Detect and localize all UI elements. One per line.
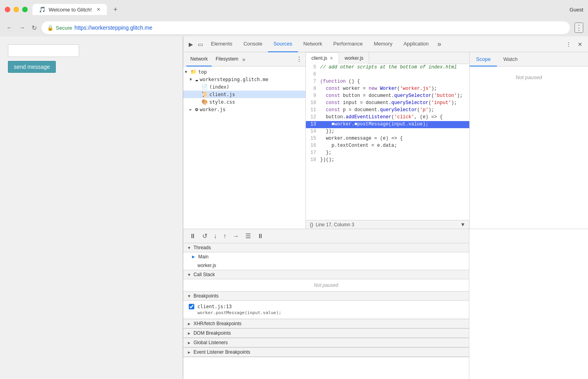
devtools-bottom: ⏸ ↺ ↓ ↑ → ☰ ⏸ ▼ Threads — [183, 229, 588, 379]
file-panel-more-button[interactable]: » — [242, 56, 245, 63]
tab-performance[interactable]: Performance — [328, 36, 368, 52]
tab-elements[interactable]: Elements — [205, 36, 238, 52]
close-window-button[interactable] — [5, 7, 10, 12]
step-into-button[interactable]: ↓ — [211, 231, 219, 241]
tree-label-stylecss: style.css — [209, 99, 235, 105]
tree-spacer-clientjs — [196, 92, 200, 97]
browser-chrome: 🎵 Welcome to Glitch! ✕ + Guest ← → ↻ 🔒 S… — [0, 0, 588, 36]
thread-workerjs[interactable]: worker.js — [183, 261, 469, 270]
thread-main-arrow: ► — [191, 254, 196, 260]
threads-header[interactable]: ▼ Threads — [183, 243, 469, 252]
devtools-settings-button[interactable]: ⋮ — [563, 40, 574, 49]
reload-button[interactable]: ↻ — [30, 23, 38, 33]
tree-label-workerjs: worker.js — [200, 107, 226, 112]
call-stack-header[interactable]: ▼ Call Stack — [183, 270, 469, 279]
deactivate-breakpoints-button[interactable]: ☰ — [243, 231, 253, 241]
pause-button[interactable]: ⏸ — [187, 231, 198, 241]
code-line-11: 11 const p = document.querySelector('p')… — [306, 107, 469, 114]
step-out-button[interactable]: ↑ — [221, 231, 229, 241]
tree-item-domain[interactable]: ▼ ☁ workerstepping.glitch.me — [183, 76, 305, 83]
tab-title: Welcome to Glitch! — [49, 7, 92, 13]
threads-arrow: ▼ — [187, 246, 191, 250]
forward-button[interactable]: → — [17, 23, 27, 33]
breakpoint-checkbox-0[interactable] — [189, 304, 194, 309]
file-panel-menu-button[interactable]: ⋮ — [296, 55, 302, 63]
secure-text: Secure — [56, 25, 72, 31]
code-line-15: 15 worker.onmessage = (e) => { — [306, 135, 469, 142]
line-content-13: ■worker.■postMessage(input.value); — [320, 121, 429, 128]
step-over-button[interactable]: ↺ — [200, 231, 210, 241]
tree-item-workerjs[interactable]: ► ⚙ worker.js — [183, 106, 305, 113]
code-tab-workerjs[interactable]: worker.js — [339, 52, 369, 64]
code-tab-close-clientjs[interactable]: ✕ — [330, 56, 333, 61]
xhr-breakpoints-header[interactable]: ► XHR/fetch Breakpoints — [183, 319, 469, 328]
tab-watch[interactable]: Watch — [497, 52, 524, 66]
breakpoint-label-0: client.js:13 — [189, 304, 463, 309]
tree-item-stylecss[interactable]: 🎨 style.css — [183, 98, 305, 106]
inspect-element-button[interactable]: ▶ — [186, 40, 195, 49]
breakpoint-item-0: client.js:13 worker.postMessage(input.va… — [183, 301, 469, 319]
code-tab-clientjs[interactable]: client.js ✕ — [306, 52, 339, 64]
tab-close-button[interactable]: ✕ — [97, 7, 101, 12]
file-purple-icon: 🎨 — [201, 99, 208, 105]
devtools-more-tabs-button[interactable]: » — [434, 38, 444, 50]
threads-label: Threads — [193, 245, 211, 250]
url-bar[interactable]: 🔒 Secure https://workerstepping.glitch.m… — [42, 21, 570, 34]
tab-favicon: 🎵 — [39, 6, 46, 13]
device-toolbar-button[interactable]: ▭ — [195, 40, 205, 49]
new-tab-button[interactable]: + — [110, 4, 121, 15]
line-num-14: 14 — [306, 128, 320, 135]
file-panel-tab-filesystem[interactable]: Filesystem — [212, 52, 242, 66]
step-button[interactable]: → — [230, 231, 241, 241]
line-num-16: 16 — [306, 142, 320, 150]
right-tabs: Scope Watch — [470, 52, 588, 66]
breakpoints-header[interactable]: ▼ Breakpoints — [183, 292, 469, 301]
event-breakpoints-arrow: ► — [187, 350, 191, 354]
devtools-tab-bar: ▶ ▭ Elements Console Sources Network Per… — [183, 36, 588, 52]
tab-scope[interactable]: Scope — [470, 52, 497, 66]
tree-item-clientjs[interactable]: 📜 client.js — [183, 91, 305, 98]
thread-main[interactable]: ► Main — [183, 252, 469, 261]
breakpoint-location-0: client.js:13 — [197, 304, 232, 309]
dom-breakpoints-header[interactable]: ► DOM Breakpoints — [183, 329, 469, 338]
tree-label-clientjs: client.js — [209, 92, 235, 97]
global-listeners-header[interactable]: ► Global Listeners — [183, 338, 469, 347]
back-button[interactable]: ← — [5, 23, 14, 33]
global-listeners-label: Global Listeners — [193, 340, 228, 345]
tab-memory[interactable]: Memory — [368, 36, 398, 52]
dom-breakpoints-section: ► DOM Breakpoints — [183, 329, 469, 338]
line-num-11: 11 — [306, 107, 320, 114]
traffic-lights — [5, 7, 28, 12]
tree-item-top[interactable]: ▼ 📁 top — [183, 68, 305, 76]
minimize-window-button[interactable] — [13, 7, 19, 12]
file-panel-tab-network[interactable]: Network — [186, 52, 212, 66]
tab-application[interactable]: Application — [398, 36, 434, 52]
tab-sources[interactable]: Sources — [268, 36, 298, 52]
tab-console[interactable]: Console — [238, 36, 268, 52]
tree-item-index[interactable]: 📄 (index) — [183, 83, 305, 91]
line-num-17: 17 — [306, 150, 320, 157]
url-text: https://workerstepping.glitch.me — [74, 25, 152, 31]
code-line-5: 5 // add other scripts at the bottom of … — [306, 64, 469, 71]
devtools-close-button[interactable]: ✕ — [575, 40, 585, 49]
threads-section: ▼ Threads ► Main worker.js — [183, 243, 469, 270]
devtools-panel: ▶ ▭ Elements Console Sources Network Per… — [183, 36, 588, 379]
browser-tab[interactable]: 🎵 Welcome to Glitch! ✕ — [32, 4, 107, 15]
pause-on-exceptions-button[interactable]: ⏸ — [255, 231, 266, 241]
file-gray-icon: 📄 — [201, 84, 208, 90]
message-input[interactable] — [8, 44, 79, 57]
code-line-13[interactable]: 13 ■worker.■postMessage(input.value); — [306, 121, 469, 128]
browser-more-button[interactable]: ⋮ — [575, 23, 583, 33]
event-breakpoints-header[interactable]: ► Event Listener Breakpoints — [183, 348, 469, 357]
status-right-arrow[interactable]: ▼ — [460, 222, 465, 227]
gear-icon: ⚙ — [195, 106, 198, 112]
maximize-window-button[interactable] — [22, 7, 28, 12]
code-area[interactable]: 5 // add other scripts at the bottom of … — [306, 64, 469, 220]
line-content-16: p.textContent = e.data; — [320, 142, 397, 150]
send-message-button[interactable]: send message — [8, 61, 56, 73]
line-num-12: 12 — [306, 114, 320, 121]
tab-network[interactable]: Network — [298, 36, 328, 52]
tree-label-top: top — [198, 69, 207, 75]
line-content-12: button.addEventListener('click', (e) => … — [320, 114, 443, 121]
debugger-right — [469, 229, 588, 379]
